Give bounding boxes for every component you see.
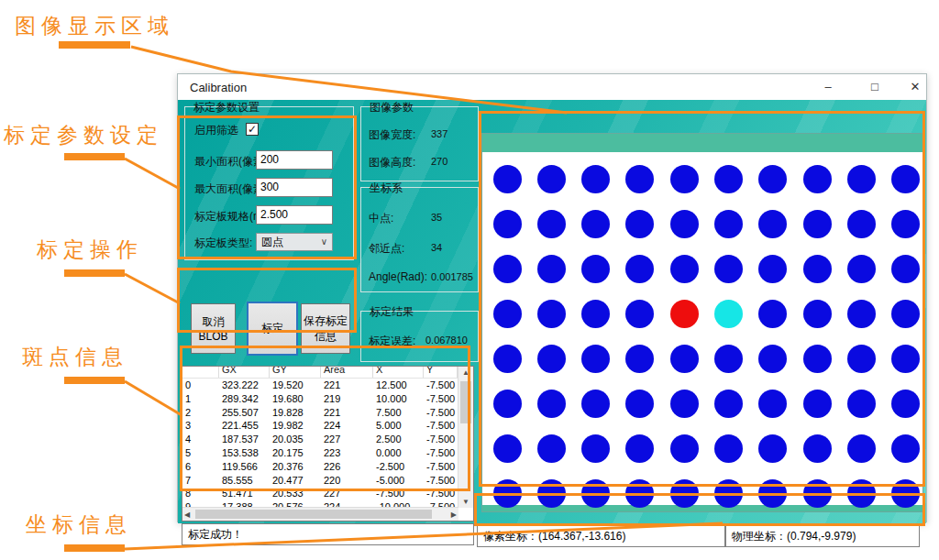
table-row[interactable]: 851.47120.533227-7.500-7.500 xyxy=(182,487,459,500)
table-cell: -7.500 xyxy=(424,446,458,460)
board-type-select[interactable]: 圆点 ∨ xyxy=(256,233,333,251)
world-coordinate-box: 物理坐标：(0.794,-9.979) xyxy=(725,525,920,547)
vertical-scrollbar[interactable]: ▲▼ xyxy=(458,367,473,508)
calibration-dot xyxy=(537,210,566,238)
scroll-left-icon[interactable]: ◀ xyxy=(184,511,190,519)
table-row[interactable]: 785.55520.477220-5.000-7.500 xyxy=(182,474,459,488)
table-cell: 7.500 xyxy=(373,406,424,420)
table-row[interactable]: 5153.53820.1752230.000-7.500 xyxy=(182,446,459,460)
calibration-dot xyxy=(537,165,566,193)
calibration-dot xyxy=(625,434,654,463)
cancel-blob-button[interactable]: 取消BLOB xyxy=(191,303,236,354)
calibration-dot xyxy=(714,390,743,418)
calibration-dot xyxy=(714,255,743,283)
save-calibration-button[interactable]: 保存标定信息 xyxy=(301,303,350,354)
red-dot xyxy=(670,300,699,328)
blob-table-header-cell[interactable]: GY xyxy=(270,367,321,378)
table-cell: -7.500 xyxy=(424,406,458,420)
calibration-dot xyxy=(714,345,743,373)
table-row[interactable]: 2255.50719.8282217.500-7.500 xyxy=(182,406,459,420)
blob-table-header-cell[interactable]: X xyxy=(373,367,424,378)
calibration-dot xyxy=(847,434,876,463)
calibration-dot xyxy=(670,255,699,283)
horizontal-scrollbar[interactable]: ◀▶ xyxy=(182,507,458,521)
table-cell: 219 xyxy=(321,392,373,406)
table-cell: -7.500 xyxy=(424,419,458,433)
scrollbar-thumb[interactable] xyxy=(460,381,471,423)
calibration-dot xyxy=(891,345,920,373)
table-cell: 3 xyxy=(182,419,219,433)
calibration-dot xyxy=(891,165,920,193)
calibration-dot xyxy=(847,390,876,418)
table-cell: -7.500 xyxy=(424,487,458,500)
angle-value: 0.001785 xyxy=(431,271,473,282)
table-row[interactable]: 4187.53720.0352272.500-7.500 xyxy=(182,433,459,446)
calibration-dot xyxy=(803,390,832,418)
table-cell: 323.222 xyxy=(219,379,270,392)
table-cell: 119.566 xyxy=(219,460,270,474)
enable-filter-checkbox[interactable]: ✓ xyxy=(246,123,259,136)
min-area-input[interactable]: 200 xyxy=(256,150,333,170)
table-cell: 7 xyxy=(182,474,219,488)
blob-table-header-cell[interactable]: Y xyxy=(424,367,458,378)
table-cell: 51.471 xyxy=(219,487,270,500)
table-row[interactable]: 3221.45519.9822245.000-7.500 xyxy=(182,419,459,433)
calibration-dot xyxy=(581,390,610,418)
scroll-right-icon[interactable]: ▶ xyxy=(451,511,457,519)
calibrate-button[interactable]: 标定 xyxy=(247,302,298,356)
annotation-underline xyxy=(64,269,125,277)
max-area-input[interactable]: 300 xyxy=(256,178,333,197)
table-cell: 224 xyxy=(321,419,373,433)
cyan-dot xyxy=(714,300,743,328)
table-cell: 19.828 xyxy=(270,406,321,420)
table-cell: 220 xyxy=(321,474,373,488)
calibration-dot xyxy=(758,434,787,463)
calibration-dot xyxy=(625,345,654,373)
table-row[interactable]: 0323.22219.52022112.500-7.500 xyxy=(182,379,459,392)
calibration-dot xyxy=(581,165,610,193)
table-cell: 4 xyxy=(182,433,219,446)
table-cell: 20.175 xyxy=(270,446,321,460)
calibration-dot xyxy=(847,210,876,238)
calibration-dot xyxy=(847,300,876,328)
maximize-button[interactable]: □ xyxy=(867,79,883,95)
status-bar: 标定成功！ xyxy=(182,523,474,545)
blob-table[interactable]: GXGYAreaXY0323.22219.52022112.500-7.5001… xyxy=(182,366,474,522)
image-width-value: 337 xyxy=(431,128,447,139)
blob-table-header-cell[interactable]: GX xyxy=(219,367,270,378)
blob-table-header-cell[interactable] xyxy=(182,367,219,378)
blob-table-header-cell[interactable]: Area xyxy=(321,367,373,378)
annotation-image-display-area: 图像显示区域 xyxy=(15,12,174,40)
close-button[interactable]: ✕ xyxy=(907,79,923,95)
image-height-label: 图像高度: xyxy=(369,155,415,170)
board-spec-input[interactable]: 2.500 xyxy=(256,205,333,225)
calibration-dot xyxy=(803,210,832,238)
image-display-picturebox[interactable] xyxy=(481,133,923,512)
pixel-coordinate-box: 像素坐标：(164.367,-13.616) xyxy=(477,525,725,547)
table-cell: -7.500 xyxy=(424,379,458,392)
coord-system-title: 坐标系 xyxy=(367,181,405,196)
window-titlebar[interactable]: Calibration – □ ✕ xyxy=(178,74,926,100)
calibration-dot xyxy=(803,300,832,328)
calibration-window: Calibration – □ ✕ 标定参数设置 启用筛选 ✓ 最小面积(像素)… xyxy=(177,73,927,522)
calibration-dot xyxy=(803,479,832,508)
image-params-groupbox: 图像参数 图像宽度: 337 图像高度: 270 xyxy=(360,106,479,181)
calibration-dot xyxy=(625,300,654,328)
calibration-dot xyxy=(758,479,787,508)
calibration-dot xyxy=(891,434,920,463)
table-cell: 5 xyxy=(182,446,219,460)
calibration-dot xyxy=(847,479,876,508)
table-row[interactable]: 1289.34219.68021910.000-7.500 xyxy=(182,392,459,406)
scroll-up-icon[interactable]: ▲ xyxy=(458,368,473,377)
scroll-down-icon[interactable]: ▼ xyxy=(458,498,473,506)
table-row[interactable]: 6119.56620.376226-2.500-7.500 xyxy=(182,460,459,474)
calibration-dot xyxy=(581,255,610,283)
calibration-dot xyxy=(803,165,832,193)
table-cell: 0 xyxy=(182,379,219,392)
minimize-button[interactable]: – xyxy=(820,79,836,95)
table-cell: 289.342 xyxy=(219,392,270,406)
calibration-dot xyxy=(803,255,832,283)
calibration-dot xyxy=(758,390,787,418)
scrollbar-thumb[interactable] xyxy=(195,510,432,519)
calibration-dot xyxy=(625,210,654,238)
